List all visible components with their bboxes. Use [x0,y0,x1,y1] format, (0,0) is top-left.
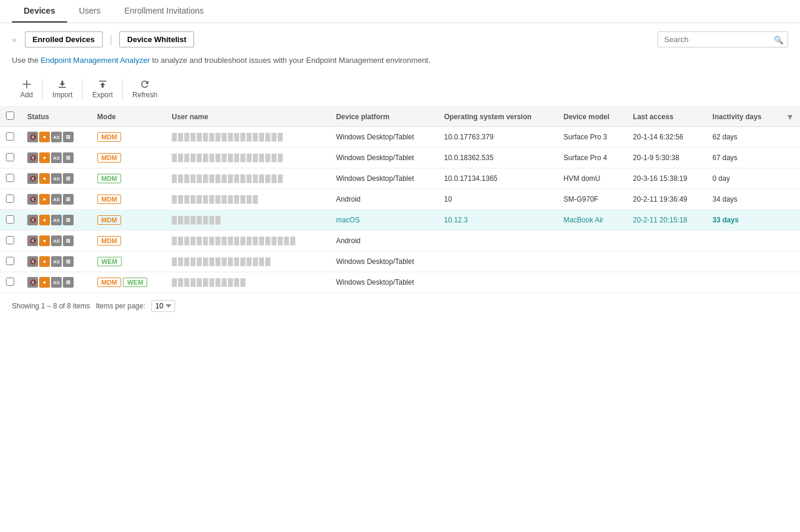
status-cell: 🔇 ● AS ⊞ [21,272,91,293]
inactivity-cell: 62 days [707,127,780,148]
col-username: User name [166,107,331,127]
device-table: Status Mode User name Device platform Op… [0,107,800,293]
table-row[interactable]: 🔇 ● AS ⊞ MDM██████████████████Windows De… [0,168,800,189]
export-button[interactable]: Export [84,77,121,101]
select-all-checkbox[interactable] [6,112,14,120]
inactivity-cell [707,272,780,293]
add-button[interactable]: Add [12,77,41,101]
inactivity-cell [707,231,780,251]
row-extra-cell [780,148,800,168]
table-header-row: Status Mode User name Device platform Op… [0,107,800,127]
mode-cell: MDM WEM [91,272,166,293]
divider: | [110,33,113,46]
last-access-cell: 20-2-11 20:15:18 [627,210,707,231]
row-checkbox[interactable] [6,174,14,182]
import-button[interactable]: Import [44,77,81,101]
os-cell [438,272,557,293]
status-cell: 🔇 ● AS ⊞ [21,210,91,231]
mode-badge: MDM [97,195,121,204]
status-icon-pc: ⊞ [63,256,74,267]
status-icon-circle: ● [39,132,50,142]
mode-badge: MDM [97,215,121,225]
mode-badge: MDM [97,153,121,163]
mode-badge: MDM [97,174,121,183]
table-row[interactable]: 🔇 ● AS ⊞ MDM WEM████████████Windows Desk… [0,272,800,293]
table-row[interactable]: 🔇 ● AS ⊞ MDM████████████████████Android [0,231,800,251]
refresh-button[interactable]: Refresh [124,77,166,101]
device-whitelist-button[interactable]: Device Whitelist [119,31,194,47]
inactivity-cell: 34 days [707,189,780,210]
row-checkbox[interactable] [6,278,14,286]
export-icon [97,79,108,90]
os-cell: 10.0.17134.1365 [438,168,557,189]
status-cell: 🔇 ● AS ⊞ [21,189,91,210]
search-input[interactable] [658,31,788,47]
status-icon-pc: ⊞ [63,173,74,184]
mode-cell: MDM [91,127,166,148]
last-access-cell [627,231,707,251]
table-row[interactable]: 🔇 ● AS ⊞ MDM██████████████Android10SM-G9… [0,189,800,210]
status-icon-circle: ● [39,173,50,184]
status-icon-as: AS [51,215,62,225]
row-extra-cell [780,127,800,148]
username-cell: ████████████ [166,272,331,293]
row-checkbox[interactable] [6,257,14,265]
per-page-select[interactable]: 10 25 50 [151,300,175,312]
platform-cell: Windows Desktop/Tablet [330,251,438,272]
status-icon-mute: 🔇 [27,256,38,267]
col-platform: Device platform [330,107,438,127]
status-icon-mute: 🔇 [27,235,38,246]
model-cell [558,231,627,251]
status-icon-as: AS [51,256,62,267]
platform-cell: Windows Desktop/Tablet [330,272,438,293]
status-icon-mute: 🔇 [27,215,38,225]
status-icon-pc: ⊞ [63,277,74,288]
row-checkbox[interactable] [6,132,14,141]
enrolled-devices-button[interactable]: Enrolled Devices [25,31,103,47]
last-access-cell: 20-2-11 19:36:49 [627,189,707,210]
status-icon-pc: ⊞ [63,215,74,225]
status-cell: 🔇 ● AS ⊞ [21,231,91,251]
username-cell: ██████████████████ [166,168,331,189]
status-cell: 🔇 ● AS ⊞ [21,127,91,148]
showing-text: Showing 1 – 8 of 8 items [12,302,90,310]
tab-devices[interactable]: Devices [12,0,67,23]
table-row[interactable]: 🔇 ● AS ⊞ MDM████████macOS10.12.3MacBook … [0,210,800,231]
username-cell: ██████████████ [166,189,331,210]
col-lastaccess: Last access [627,107,707,127]
status-icon-mute: 🔇 [27,173,38,184]
table-row[interactable]: 🔇 ● AS ⊞ MDM██████████████████Windows De… [0,127,800,148]
mode-cell: MDM [91,231,166,251]
platform-cell: Android [330,189,438,210]
tab-users[interactable]: Users [67,0,113,23]
model-cell: MacBook Air [558,210,627,231]
os-cell [438,231,557,251]
row-checkbox[interactable] [6,236,14,244]
last-access-cell: 20-1-9 5:30:38 [627,148,707,168]
inactivity-cell [707,251,780,272]
col-os: Operating system version [438,107,557,127]
table-row[interactable]: 🔇 ● AS ⊞ WEM████████████████Windows Desk… [0,251,800,272]
status-icon-mute: 🔇 [27,152,38,163]
toolbar-sep-1 [42,78,43,100]
status-cell: 🔇 ● AS ⊞ [21,148,91,168]
column-filter-icon[interactable]: ▼ [786,112,794,122]
row-checkbox[interactable] [6,195,14,203]
row-checkbox[interactable] [6,153,14,161]
inactivity-cell: 0 day [707,168,780,189]
table-row[interactable]: 🔇 ● AS ⊞ MDM██████████████████Windows De… [0,148,800,168]
tab-enrollment-invitations[interactable]: Enrollment Invitations [113,0,216,23]
os-cell [438,251,557,272]
nav-expand-icon[interactable]: » [12,35,17,44]
mode-cell: MDM [91,189,166,210]
add-icon [21,79,32,90]
status-icon-as: AS [51,173,62,184]
row-checkbox[interactable] [6,215,14,224]
analyzer-link[interactable]: Endpoint Management Analyzer [40,56,150,65]
status-icon-circle: ● [39,152,50,163]
toolbar-sep-3 [122,78,123,100]
username-cell: ████████ [166,210,331,231]
status-icon-pc: ⊞ [63,132,74,142]
status-icon-circle: ● [39,256,50,267]
mode-cell: WEM [91,251,166,272]
